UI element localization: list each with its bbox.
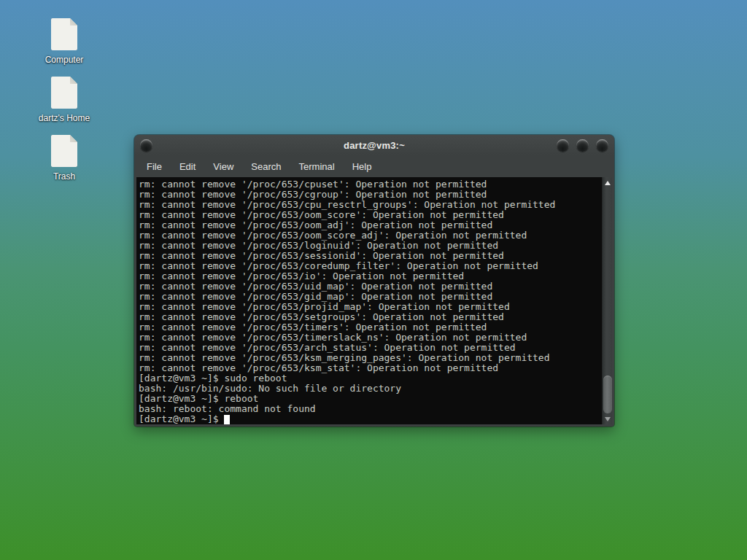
terminal-line: rm: cannot remove '/proc/653/gid_map': O… [139, 292, 602, 302]
terminal-window: dartz@vm3:~ File Edit View Search Termin… [134, 135, 614, 427]
scrollbar-thumb[interactable] [603, 376, 612, 413]
terminal-line: rm: cannot remove '/proc/653/cpuset': Op… [139, 179, 602, 190]
terminal-line: rm: cannot remove '/proc/653/arch_status… [139, 343, 602, 353]
close-button[interactable] [596, 139, 608, 152]
scrollbar[interactable] [602, 177, 612, 424]
terminal-line: rm: cannot remove '/proc/653/loginuid': … [139, 241, 602, 251]
terminal-line: rm: cannot remove '/proc/653/uid_map': O… [139, 281, 602, 292]
window-title: dartz@vm3:~ [134, 140, 614, 151]
desktop-icon-computer[interactable]: Computer [24, 18, 104, 65]
maximize-button[interactable] [576, 139, 589, 152]
terminal-line: rm: cannot remove '/proc/653/timerslack_… [139, 332, 602, 343]
menu-terminal[interactable]: Terminal [291, 158, 343, 175]
desktop-icon-label: dartz's Home [39, 113, 90, 123]
scroll-down-icon [605, 417, 611, 421]
scroll-up-button[interactable] [603, 179, 613, 187]
terminal-line: rm: cannot remove '/proc/653/coredump_fi… [139, 261, 602, 271]
terminal-line: bash: reboot: command not found [139, 404, 602, 414]
desktop-icon-trash[interactable]: Trash [24, 135, 104, 182]
terminal-line: rm: cannot remove '/proc/653/cpu_resctrl… [139, 200, 602, 210]
menu-view[interactable]: View [205, 158, 241, 175]
terminal-line: rm: cannot remove '/proc/653/oom_score':… [139, 210, 602, 220]
menu-bar: File Edit View Search Terminal Help [134, 155, 614, 177]
terminal-line: rm: cannot remove '/proc/653/cgroup': Op… [139, 190, 602, 200]
terminal-prompt: [dartz@vm3 ~]$ [139, 413, 224, 424]
menu-help[interactable]: Help [344, 158, 380, 175]
terminal-line: rm: cannot remove '/proc/653/oom_score_a… [139, 230, 602, 241]
terminal-line: rm: cannot remove '/proc/653/ksm_stat': … [139, 363, 602, 373]
terminal-line: [dartz@vm3 ~]$ reboot [139, 394, 602, 404]
desktop-icon-home[interactable]: dartz's Home [24, 77, 104, 123]
window-titlebar[interactable]: dartz@vm3:~ [134, 135, 614, 155]
terminal-line: rm: cannot remove '/proc/653/oom_adj': O… [139, 220, 602, 230]
desktop-icon-label: Computer [45, 55, 84, 65]
scroll-down-button[interactable] [603, 415, 613, 424]
desktop-icon-label: Trash [53, 171, 75, 182]
scroll-up-icon [605, 181, 611, 185]
menu-search[interactable]: Search [243, 158, 289, 175]
terminal-line: rm: cannot remove '/proc/653/projid_map'… [139, 302, 602, 312]
menu-edit[interactable]: Edit [171, 158, 204, 175]
terminal-line: rm: cannot remove '/proc/653/io': Operat… [139, 271, 602, 281]
menu-file[interactable]: File [139, 158, 170, 175]
trash-icon [51, 135, 77, 167]
home-folder-icon [51, 77, 77, 109]
terminal-line: rm: cannot remove '/proc/653/sessionid':… [139, 251, 602, 261]
terminal-line: rm: cannot remove '/proc/653/setgroups':… [139, 312, 602, 322]
terminal-line: [dartz@vm3 ~]$ sudo reboot [139, 373, 602, 384]
terminal-line: bash: /usr/bin/sudo: No such file or dir… [139, 384, 602, 394]
terminal-cursor [224, 415, 230, 424]
terminal-output[interactable]: rm: cannot remove '/proc/653/cpuset': Op… [136, 177, 602, 424]
minimize-button[interactable] [557, 139, 569, 152]
terminal-line: rm: cannot remove '/proc/653/timers': Op… [139, 322, 602, 332]
computer-icon [51, 18, 77, 50]
terminal-line: rm: cannot remove '/proc/653/ksm_merging… [139, 353, 602, 363]
terminal-prompt-line: [dartz@vm3 ~]$ [139, 414, 602, 424]
terminal-content-area: rm: cannot remove '/proc/653/cpuset': Op… [134, 177, 614, 427]
window-menu-button[interactable] [140, 139, 152, 152]
